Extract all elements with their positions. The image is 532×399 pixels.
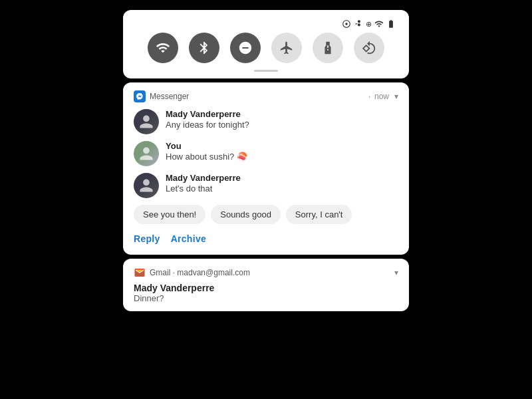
message-content-1: Mady Vanderperre Any ideas for tonight? [166, 109, 249, 130]
sender-name-2: You [166, 141, 247, 151]
bluetooth-toggle[interactable] [189, 33, 219, 63]
message-text-3: Let's do that [166, 184, 241, 194]
messenger-notif-header: Messenger · now ▾ [134, 90, 398, 102]
smart-replies: See you then! Sounds good Sorry, I can't [134, 205, 398, 224]
smart-reply-2[interactable]: Sounds good [211, 205, 281, 224]
messenger-app-icon [134, 90, 146, 102]
smart-reply-3[interactable]: Sorry, I can't [286, 205, 352, 224]
archive-button[interactable]: Archive [171, 231, 206, 247]
wifi-toggle[interactable] [148, 33, 178, 63]
message-thread: Mady Vanderperre Any ideas for tonight? … [134, 109, 398, 198]
gmail-app-icon [134, 267, 146, 279]
messenger-dot: · [368, 92, 370, 101]
mady-avatar-1 [134, 109, 159, 134]
message-content-2: You How about sushi? 🍣 [166, 141, 247, 162]
sender-name-3: Mady Vanderperre [166, 173, 241, 183]
notif-action-buttons: Reply Archive [134, 231, 398, 247]
smart-reply-1[interactable]: See you then! [134, 205, 205, 224]
quick-settings-row [148, 33, 384, 63]
messenger-time: now [374, 92, 389, 101]
gmail-subject: Dinner? [134, 293, 398, 303]
gmail-notification: Gmail · madvan@gmail.com ▾ Mady Vanderpe… [123, 259, 409, 311]
you-avatar [134, 141, 159, 166]
dnd-toggle[interactable] [230, 33, 261, 63]
gmail-chevron-icon[interactable]: ▾ [394, 268, 398, 277]
message-row-2: You How about sushi? 🍣 [134, 141, 398, 166]
flashlight-toggle[interactable] [313, 33, 343, 63]
airplane-toggle[interactable] [271, 33, 302, 63]
messenger-notification: Messenger · now ▾ Mady Vanderperre Any i… [123, 82, 409, 255]
notification-list: Messenger · now ▾ Mady Vanderperre Any i… [123, 82, 409, 311]
svg-point-0 [345, 23, 348, 25]
drag-handle [254, 70, 278, 72]
sender-name-1: Mady Vanderperre [166, 109, 249, 119]
message-row-3: Mady Vanderperre Let's do that [134, 173, 398, 198]
autorotate-toggle[interactable] [354, 33, 384, 63]
gmail-sender: Mady Vanderperre [134, 283, 398, 293]
reply-button[interactable]: Reply [134, 231, 160, 247]
messenger-chevron-icon[interactable]: ▾ [394, 92, 398, 101]
message-text-2: How about sushi? 🍣 [166, 152, 247, 162]
message-content-3: Mady Vanderperre Let's do that [166, 173, 241, 194]
mady-avatar-2 [134, 173, 159, 198]
gmail-app-label: Gmail · madvan@gmail.com [150, 268, 389, 277]
messenger-app-label: Messenger [150, 92, 364, 101]
gmail-notif-header: Gmail · madvan@gmail.com ▾ [134, 267, 398, 279]
message-row-1: Mady Vanderperre Any ideas for tonight? [134, 109, 398, 134]
message-text-1: Any ideas for tonight? [166, 120, 249, 130]
